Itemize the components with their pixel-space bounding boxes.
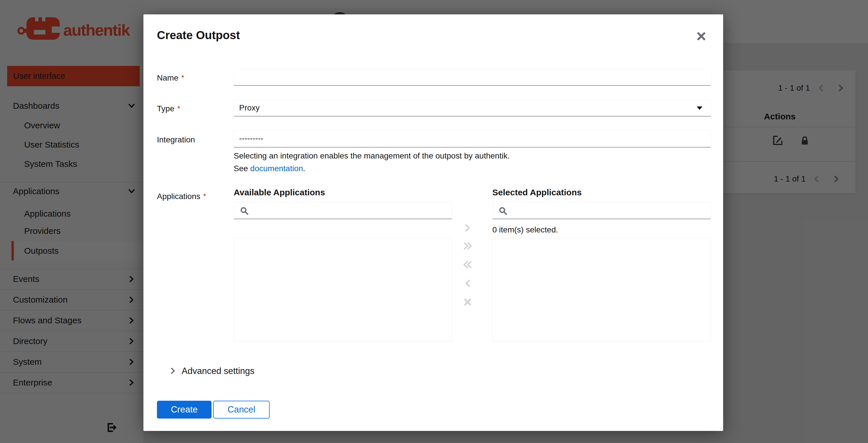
- close-icon: [695, 30, 708, 43]
- documentation-link[interactable]: documentation: [250, 164, 303, 173]
- selected-count-label: 0 item(s) selected.: [492, 225, 558, 234]
- available-search-wrapper: [234, 202, 452, 219]
- integration-field-label: Integration: [157, 135, 195, 144]
- available-search-input[interactable]: [253, 202, 448, 218]
- move-selected-left-button[interactable]: [462, 276, 479, 291]
- available-applications-title: Available Applications: [234, 187, 325, 197]
- integration-help-line2: See documentation.: [234, 164, 305, 173]
- type-field-label: Type*: [157, 104, 180, 113]
- cancel-button[interactable]: Cancel: [213, 401, 270, 418]
- double-angle-left-icon: [462, 259, 473, 270]
- create-outpost-modal: Create Outpost Name* Type* Proxy Integra…: [144, 14, 723, 431]
- name-field-label: Name*: [157, 73, 184, 83]
- type-select[interactable]: Proxy: [234, 100, 711, 117]
- name-field-wrapper: [234, 69, 711, 86]
- required-marker: *: [181, 73, 184, 82]
- integration-help-text: Selecting an integration enables the man…: [234, 151, 509, 160]
- clear-selection-button[interactable]: [462, 295, 479, 309]
- x-clear-icon: [462, 296, 473, 308]
- name-input[interactable]: [234, 69, 711, 85]
- close-button[interactable]: [695, 28, 711, 44]
- selected-applications-title: Selected Applications: [492, 187, 582, 197]
- move-all-left-button[interactable]: [462, 258, 479, 272]
- selected-search-input[interactable]: [512, 202, 707, 218]
- selected-search-wrapper: [492, 202, 711, 219]
- caret-down-icon: [697, 107, 703, 110]
- integration-select-value: ---------: [239, 130, 263, 146]
- selected-applications-list[interactable]: [492, 238, 711, 342]
- move-all-right-button[interactable]: [462, 239, 479, 253]
- applications-field-label: Applications*: [157, 192, 206, 201]
- search-icon: [239, 206, 249, 216]
- advanced-settings-toggle[interactable]: Advanced settings: [182, 366, 254, 376]
- double-angle-right-icon: [462, 240, 473, 252]
- type-select-value: Proxy: [239, 100, 260, 116]
- required-marker: *: [203, 192, 206, 201]
- available-applications-list[interactable]: [234, 238, 452, 342]
- search-icon: [498, 206, 508, 216]
- angle-left-icon: [462, 277, 473, 289]
- create-button[interactable]: Create: [157, 401, 212, 418]
- chevron-right-icon: [168, 366, 178, 376]
- integration-select[interactable]: ---------: [234, 130, 711, 148]
- modal-title: Create Outpost: [157, 29, 240, 42]
- required-marker: *: [177, 104, 180, 113]
- move-selected-right-button[interactable]: [462, 220, 479, 235]
- angle-right-icon: [462, 222, 473, 234]
- screen: 1 - 1 of 1 Actions 1 - 1 of 1 authentik …: [0, 0, 868, 443]
